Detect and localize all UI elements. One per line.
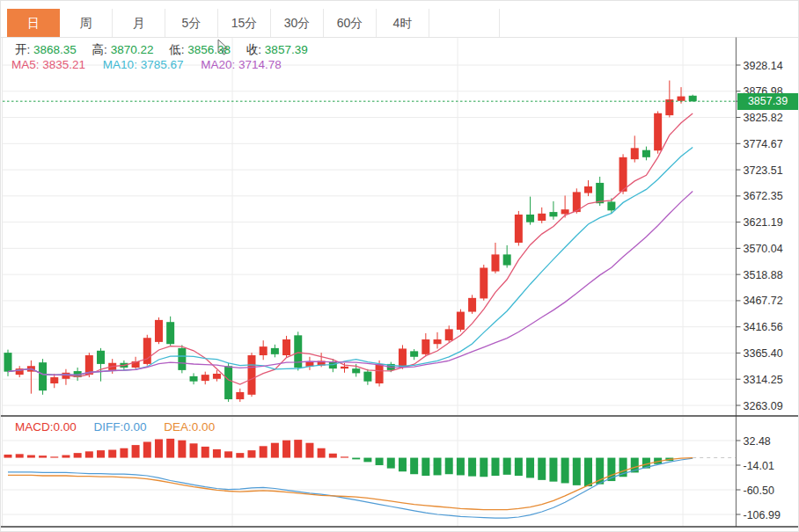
ma5-line <box>8 113 693 384</box>
macd-histogram-bar <box>62 455 70 458</box>
macd-histogram-bar <box>155 439 163 457</box>
macd-histogram-bar <box>363 458 371 463</box>
macd-histogram-bar <box>97 450 105 457</box>
ma10-value: 3785.67 <box>141 58 184 71</box>
candle-body <box>549 212 557 216</box>
diff-label: DIFF: <box>94 420 124 434</box>
candle-body <box>607 201 615 210</box>
macd-histogram-bar <box>16 454 24 457</box>
candle-body <box>282 339 290 355</box>
diff-value: 0.00 <box>123 420 146 434</box>
axis-tick-label: 3570.04 <box>744 243 783 255</box>
tab-5min[interactable]: 5分 <box>165 9 218 37</box>
macd-histogram-bar <box>294 440 302 457</box>
ohlc-info-row: 开: 3868.35 高: 3870.22 低: 3856.38 收: 3857… <box>15 42 320 58</box>
macd-histogram-bar <box>318 448 326 458</box>
ma5-label: MA5: <box>11 58 40 71</box>
macd-histogram-bar <box>376 458 384 465</box>
tab-30min[interactable]: 30分 <box>271 9 324 37</box>
tab-60min[interactable]: 60分 <box>324 9 377 37</box>
candle-body <box>363 372 371 382</box>
candle-body <box>457 312 465 330</box>
macd-histogram-bar <box>468 458 476 477</box>
macd-histogram-bar <box>27 455 35 458</box>
dea-label: DEA: <box>164 420 192 434</box>
period-tabbar: 日 周 月 5分 15分 30分 60分 4时 <box>7 9 500 37</box>
candle-body <box>213 374 221 379</box>
macd-histogram-bar <box>549 458 557 482</box>
tab-4hour[interactable]: 4时 <box>377 9 429 37</box>
candle-body <box>190 376 198 382</box>
macd-histogram-bar <box>329 454 337 458</box>
close-value: 3857.39 <box>265 43 308 56</box>
macd-histogram-bar <box>4 455 12 458</box>
candle-body <box>689 96 697 101</box>
macd-histogram-bar <box>573 458 581 485</box>
axis-tick-label: -14.01 <box>744 460 774 472</box>
macd-histogram-bar <box>271 443 279 458</box>
candle-body <box>39 362 47 390</box>
candle-body <box>631 148 639 159</box>
macd-label: MACD: <box>15 420 54 434</box>
candle-body <box>619 157 627 192</box>
candle-body <box>665 99 673 115</box>
macd-histogram-bar <box>213 449 221 458</box>
ma5-value: 3835.21 <box>42 58 85 71</box>
axis-tick-label: 3672.35 <box>744 190 783 202</box>
macd-histogram-bar <box>143 441 151 457</box>
candle-body <box>271 348 279 354</box>
candle-body <box>202 375 209 381</box>
high-value: 3870.22 <box>111 43 154 56</box>
candle-body <box>503 254 511 265</box>
tab-month[interactable]: 月 <box>113 9 165 37</box>
macd-histogram-bar <box>584 458 592 487</box>
tab-15min[interactable]: 15分 <box>218 9 271 37</box>
candle-body <box>410 351 418 356</box>
macd-histogram-bar <box>399 458 407 472</box>
candle-body <box>399 348 407 368</box>
axis-tick-label: 3928.14 <box>744 60 783 72</box>
axis-tick-label: 3467.72 <box>744 295 783 307</box>
chart-canvas[interactable]: 3928.143876.983825.823774.673723.513672.… <box>1 1 799 532</box>
axis-tick-label: 3825.82 <box>744 112 783 124</box>
macd-histogram-bar <box>120 448 128 458</box>
axis-tick-label: 3723.51 <box>744 164 783 177</box>
macd-histogram-bar <box>224 451 232 457</box>
macd-histogram-bar <box>352 458 360 460</box>
ma20-line <box>8 192 693 375</box>
tab-day[interactable]: 日 <box>7 9 60 37</box>
macd-histogram-bar <box>202 447 209 458</box>
candle-body <box>654 113 662 150</box>
macd-histogram-bar <box>236 453 244 457</box>
candle-body <box>642 150 650 157</box>
candle-body <box>434 339 442 344</box>
candle-body <box>247 355 255 395</box>
candle-body <box>491 254 499 271</box>
candle-body <box>352 368 360 373</box>
candle-body <box>526 215 534 222</box>
macd-histogram-bar <box>85 451 93 457</box>
candle-body <box>445 329 453 340</box>
tab-week[interactable]: 周 <box>60 9 113 37</box>
macd-histogram-bar <box>39 455 47 457</box>
axis-tick-label: 3518.88 <box>744 269 783 281</box>
axis-tick-label: 3263.09 <box>744 400 783 412</box>
macd-histogram-bar <box>526 458 534 478</box>
macd-histogram-bar <box>341 456 348 457</box>
macd-histogram-bar <box>503 458 511 475</box>
high-label: 高: <box>92 43 107 56</box>
macd-histogram-bar <box>178 441 186 458</box>
macd-histogram-bar <box>480 458 487 477</box>
macd-histogram-bar <box>260 446 268 457</box>
axis-tick-label: 32.48 <box>744 435 771 448</box>
axis-tick-label: 3314.25 <box>744 374 783 386</box>
macd-histogram-bar <box>305 443 313 458</box>
axis-tick-label: -106.99 <box>744 509 781 521</box>
candle-body <box>97 351 105 364</box>
macd-histogram-bar <box>515 458 523 476</box>
candle-body <box>50 377 58 383</box>
macd-value: 0.00 <box>54 420 77 434</box>
low-value: 3856.38 <box>187 43 231 56</box>
macd-histogram-bar <box>166 439 174 458</box>
macd-histogram-bar <box>387 458 395 469</box>
